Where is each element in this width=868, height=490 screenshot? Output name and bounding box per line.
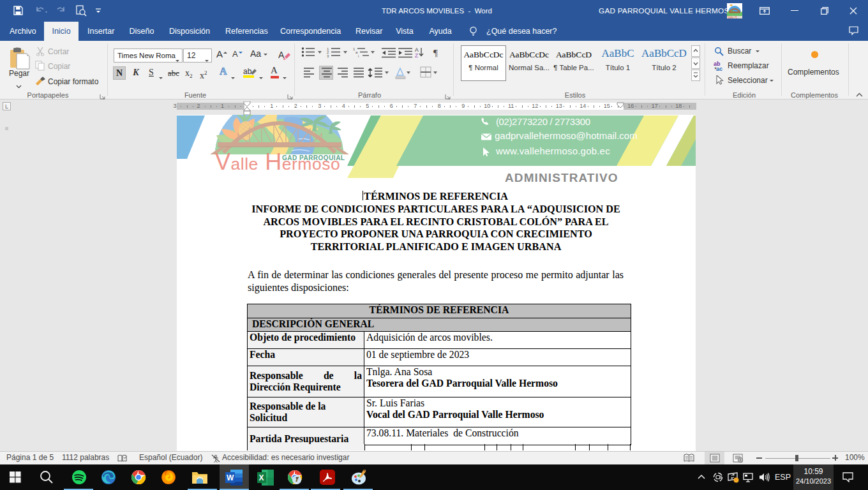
svg-text:3: 3 [327,54,329,58]
svg-text:Valle H.: Valle H. [728,16,737,19]
svg-text:ac: ac [716,66,722,71]
svg-text:i: i [358,54,359,58]
svg-text:W: W [227,473,234,482]
svg-text:¶: ¶ [433,48,438,58]
svg-text:ab: ab [243,67,252,76]
svg-text:X: X [259,473,264,482]
svg-text:Z: Z [415,52,418,58]
svg-text:A: A [278,50,285,60]
